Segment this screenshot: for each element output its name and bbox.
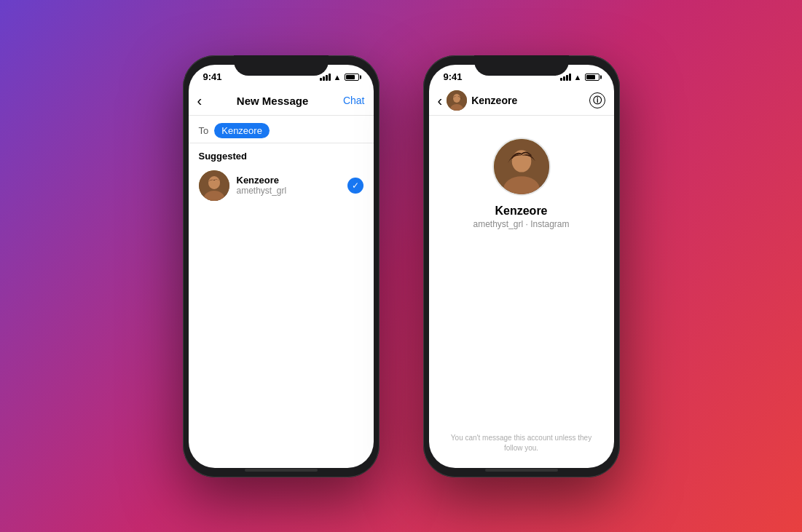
profile-name: Kenzeore	[495, 205, 547, 218]
user-handle-1: amethyst_grl	[237, 186, 340, 196]
nav-avatar-2	[447, 90, 467, 111]
info-icon[interactable]: ⓘ	[589, 92, 605, 108]
svg-point-1	[208, 176, 220, 189]
chat-action-button[interactable]: Chat	[343, 95, 365, 106]
suggested-user-row[interactable]: Kenzeore amethyst_grl ✓	[199, 167, 363, 204]
signal-icon-2	[560, 74, 571, 81]
to-label: To	[199, 125, 209, 136]
home-indicator-2	[485, 469, 558, 472]
home-indicator-1	[245, 469, 318, 472]
nav-title-1: New Message	[202, 95, 343, 107]
recipient-tag[interactable]: Kenzeore	[214, 123, 270, 138]
screen-content-2: Kenzeore amethyst_grl · Instagram You ca…	[429, 116, 614, 468]
wifi-icon-1: ▲	[334, 73, 342, 82]
status-time-2: 9:41	[444, 71, 463, 82]
to-section: To Kenzeore	[189, 116, 374, 143]
svg-point-4	[453, 94, 460, 103]
battery-icon-2	[585, 74, 599, 81]
status-icons-1: ▲	[320, 73, 359, 82]
notch-1	[234, 55, 329, 76]
screen-content-1: To Kenzeore Suggested	[189, 116, 374, 468]
user-info-1: Kenzeore amethyst_grl	[237, 175, 340, 196]
nav-username-2: Kenzeore	[471, 95, 584, 106]
notch-2	[474, 55, 569, 76]
screen-2: 9:41 ▲ ‹	[429, 65, 614, 468]
profile-avatar-large	[492, 138, 551, 196]
phone-1: 9:41 ▲ ‹ New Message Chat	[183, 55, 380, 477]
phone-2: 9:41 ▲ ‹	[423, 55, 620, 477]
suggested-section: Suggested Kenzeore amethyst_grl	[189, 143, 374, 211]
signal-icon-1	[320, 74, 331, 81]
profile-subtext: amethyst_grl · Instagram	[473, 219, 569, 229]
cant-message-notice: You can't message this account unless th…	[429, 426, 614, 468]
user-avatar-1	[199, 170, 229, 201]
status-icons-2: ▲	[560, 73, 599, 82]
back-button-2[interactable]: ‹	[438, 93, 443, 108]
wifi-icon-2: ▲	[574, 73, 582, 82]
screen-1: 9:41 ▲ ‹ New Message Chat	[189, 65, 374, 468]
selected-check-icon: ✓	[347, 178, 363, 194]
user-name-1: Kenzeore	[237, 175, 340, 186]
battery-icon-1	[345, 74, 359, 81]
back-button-1[interactable]: ‹	[197, 93, 203, 108]
chat-profile-section: Kenzeore amethyst_grl · Instagram	[429, 116, 614, 426]
status-time-1: 9:41	[203, 71, 222, 82]
nav-bar-2: ‹ Kenzeore ⓘ	[429, 87, 614, 116]
nav-bar-1: ‹ New Message Chat	[189, 87, 374, 116]
suggested-label: Suggested	[199, 151, 363, 162]
